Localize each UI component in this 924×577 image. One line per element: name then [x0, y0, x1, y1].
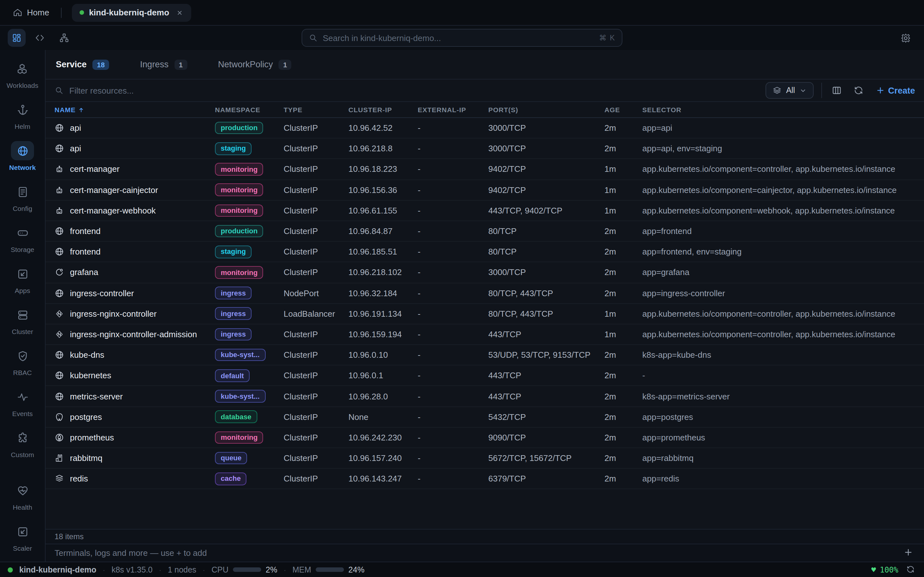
table-row[interactable]: frontend staging ClusterIP 10.96.185.51 …	[45, 242, 924, 262]
dashboard-view-button[interactable]	[8, 29, 26, 47]
table-row[interactable]: grafana monitoring ClusterIP 10.96.218.1…	[45, 263, 924, 283]
statusbar-refresh-button[interactable]	[906, 564, 916, 575]
table-row[interactable]: cert-manager-cainjector monitoring Clust…	[45, 180, 924, 200]
table-row[interactable]: ingress-controller ingress NodePort 10.9…	[45, 283, 924, 303]
namespace-cell: cache	[215, 472, 284, 485]
table-row[interactable]: prometheus monitoring ClusterIP 10.96.24…	[45, 428, 924, 448]
tab-ingress[interactable]: Ingress 1	[140, 59, 187, 69]
globe-icon	[55, 247, 64, 256]
sidebar-item-workloads[interactable]: Workloads	[7, 59, 39, 89]
type-cell: ClusterIP	[284, 330, 349, 339]
column-header-cluster-ip[interactable]: CLUSTER-IP	[349, 106, 418, 113]
cluster-ip-cell: 10.96.0.1	[349, 371, 418, 380]
settings-button[interactable]	[898, 31, 913, 45]
ports-cell: 443/TCP	[488, 330, 604, 339]
filter-search[interactable]	[55, 85, 766, 95]
column-header-external-ip[interactable]: EXTERNAL-IP	[418, 106, 488, 113]
table-row[interactable]: metrics-server kube-syst... ClusterIP 10…	[45, 386, 924, 407]
age-cell: 2m	[604, 247, 642, 256]
health-icon	[16, 484, 29, 496]
sidebar-item-label: Health	[13, 503, 32, 511]
close-tab-button[interactable]	[174, 7, 184, 18]
table-row[interactable]: api production ClusterIP 10.96.42.52 - 3…	[45, 118, 924, 139]
sidebar-item-health[interactable]: Health	[11, 481, 34, 511]
table-row[interactable]: kubernetes default ClusterIP 10.96.0.1 -…	[45, 366, 924, 386]
sidebar-item-label: Events	[12, 410, 33, 417]
dot-separator: ·	[284, 566, 286, 574]
global-search-input[interactable]	[323, 33, 594, 43]
namespace-badge: ingress	[215, 308, 252, 320]
rbac-icon	[16, 350, 29, 362]
column-header-name[interactable]: NAME	[55, 106, 215, 113]
sidebar-item-custom[interactable]: Custom	[11, 428, 34, 458]
topology-view-button[interactable]	[55, 29, 73, 47]
refresh-button[interactable]	[851, 83, 866, 97]
home-button[interactable]: Home	[9, 8, 55, 17]
cluster-ip-cell: 10.96.242.230	[349, 433, 418, 442]
namespace-cell: monitoring	[215, 184, 284, 196]
column-header-selector[interactable]: SELECTOR	[642, 106, 924, 113]
selector-cell: k8s-app=kube-dns	[642, 350, 924, 359]
postgres-icon	[55, 412, 64, 422]
service-name-cell: cert-manager-cainjector	[55, 185, 215, 195]
refresh-icon	[906, 564, 915, 574]
code-view-button[interactable]	[31, 29, 49, 47]
sidebar-item-events[interactable]: Events	[11, 387, 34, 417]
table-row[interactable]: cert-manager-webhook monitoring ClusterI…	[45, 201, 924, 221]
type-cell: ClusterIP	[284, 474, 349, 484]
table-row[interactable]: api staging ClusterIP 10.96.218.8 - 3000…	[45, 139, 924, 159]
globe-icon	[55, 371, 64, 380]
cluster-tab[interactable]: kind-kuberniq-demo	[71, 3, 191, 21]
sidebar-item-storage[interactable]: Storage	[11, 223, 34, 253]
age-cell: 2m	[604, 144, 642, 153]
namespace-scope-button[interactable]: All	[766, 82, 814, 99]
selector-cell: app.kubernetes.io/component=cainjector, …	[642, 185, 924, 195]
table-row[interactable]: rabbitmq queue ClusterIP 10.96.157.240 -…	[45, 448, 924, 469]
sidebar-item-rbac[interactable]: RBAC	[11, 346, 34, 376]
column-header-age[interactable]: AGE	[604, 106, 642, 113]
sidebar-item-cluster[interactable]: Cluster	[11, 305, 34, 335]
cluster-ip-cell: 10.96.157.240	[349, 453, 418, 463]
refresh-icon	[853, 85, 864, 95]
columns-button[interactable]	[830, 83, 844, 97]
sidebar-item-config[interactable]: Config	[11, 182, 34, 212]
sidebar-item-network[interactable]: Network	[9, 141, 36, 171]
global-search[interactable]: ⌘ K	[302, 29, 622, 47]
sidebar-item-apps[interactable]: Apps	[11, 264, 34, 294]
statusbar: kind-kuberniq-demo · k8s v1.35.0 · 1 nod…	[0, 562, 924, 577]
table-row[interactable]: frontend production ClusterIP 10.96.84.8…	[45, 221, 924, 242]
age-cell: 2m	[604, 474, 642, 484]
external-ip-cell: -	[418, 474, 488, 484]
namespace-cell: staging	[215, 142, 284, 155]
sidebar-item-scaler[interactable]: Scaler	[11, 522, 34, 552]
cert-manager-icon	[55, 164, 64, 174]
table-row[interactable]: ingress-nginx-controller-admission ingre…	[45, 324, 924, 345]
tab-service[interactable]: Service 18	[56, 59, 110, 69]
table-row[interactable]: redis cache ClusterIP 10.96.143.247 - 63…	[45, 469, 924, 489]
table-row[interactable]: postgres database ClusterIP None - 5432/…	[45, 407, 924, 427]
type-cell: ClusterIP	[284, 144, 349, 153]
column-header-port-s-[interactable]: PORT(S)	[488, 106, 604, 113]
table-empty-space	[45, 490, 924, 529]
age-cell: 1m	[604, 309, 642, 319]
network-icon	[11, 141, 34, 160]
table-row[interactable]: cert-manager monitoring ClusterIP 10.96.…	[45, 159, 924, 180]
add-terminal-button[interactable]	[903, 547, 915, 559]
rabbitmq-icon	[55, 453, 64, 463]
filter-input[interactable]	[69, 85, 262, 95]
table-row[interactable]: kube-dns kube-syst... ClusterIP 10.96.0.…	[45, 345, 924, 366]
statusbar-k8s-version: k8s v1.35.0	[111, 565, 153, 574]
service-name: prometheus	[70, 433, 114, 442]
cluster-ip-cell: 10.96.191.134	[349, 309, 418, 319]
tab-networkpolicy[interactable]: NetworkPolicy 1	[218, 59, 291, 69]
table-header: NAME NAMESPACETYPECLUSTER-IPEXTERNAL-IPP…	[45, 102, 924, 118]
column-header-namespace[interactable]: NAMESPACE	[215, 106, 284, 113]
create-button[interactable]: Create	[876, 85, 915, 95]
service-name: redis	[70, 474, 88, 484]
table-row[interactable]: ingress-nginx-controller ingress LoadBal…	[45, 303, 924, 324]
ports-cell: 443/TCP, 9402/TCP	[488, 206, 604, 215]
sidebar-item-helm[interactable]: Helm	[11, 100, 34, 130]
cluster-ip-cell: None	[349, 412, 418, 422]
column-header-type[interactable]: TYPE	[284, 106, 349, 113]
age-cell: 2m	[604, 412, 642, 422]
